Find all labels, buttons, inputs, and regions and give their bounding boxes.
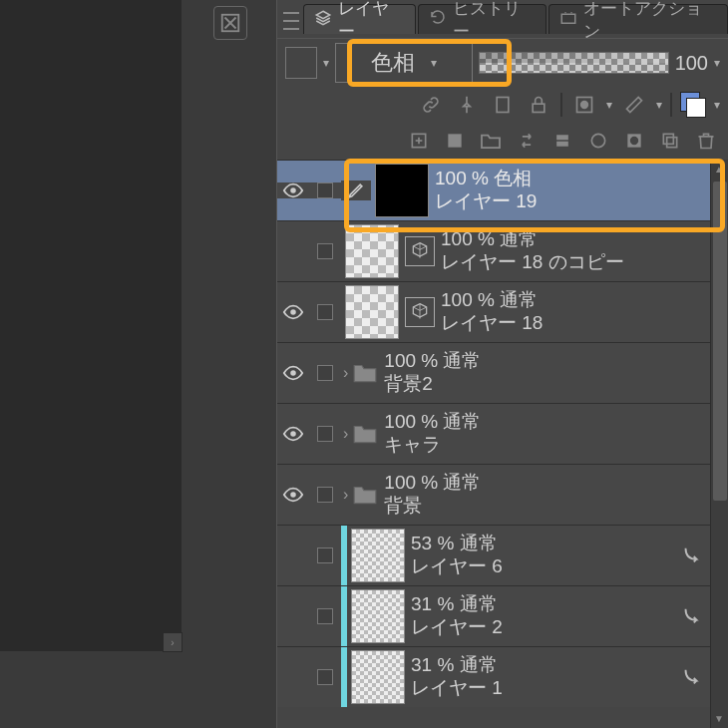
- tab-auto-action-label: オートアクション: [583, 0, 717, 43]
- layers-list: 100 % 色相 レイヤー 19 100 % 通常 レイヤー 18 のコピー 1…: [277, 160, 728, 707]
- close-icon[interactable]: [213, 6, 247, 40]
- layer-row[interactable]: 100 % 通常 レイヤー 18: [277, 281, 728, 342]
- layer-checkbox[interactable]: [309, 669, 341, 685]
- dup-icon[interactable]: [656, 127, 684, 155]
- svg-point-5: [570, 12, 572, 14]
- reference-badge-icon: [405, 297, 435, 327]
- visibility-toggle[interactable]: [277, 365, 309, 381]
- layer-color-bar: [341, 586, 347, 646]
- layer-row[interactable]: 53 % 通常 レイヤー 6: [277, 525, 728, 585]
- layer-thumbnail: [351, 589, 405, 643]
- mask-icon[interactable]: [620, 127, 648, 155]
- layer-row[interactable]: 100 % 色相 レイヤー 19: [277, 160, 728, 220]
- canvas-scroll-corner[interactable]: ›: [163, 632, 182, 652]
- chevron-down-icon[interactable]: ▾: [606, 98, 612, 112]
- new-folder-icon[interactable]: [477, 127, 505, 155]
- opacity-slider[interactable]: [479, 52, 669, 74]
- history-icon: [429, 9, 447, 31]
- layer-name: レイヤー 18 のコピー: [441, 252, 728, 273]
- svg-point-4: [564, 12, 566, 14]
- merge-icon[interactable]: [548, 127, 576, 155]
- layer-name: 背景2: [384, 374, 728, 395]
- transfer-tail-icon[interactable]: [676, 666, 706, 688]
- layer-row[interactable]: › 100 % 通常 背景2: [277, 342, 728, 403]
- layer-filter-thumb[interactable]: [285, 47, 317, 79]
- layer-toolbar: ▾ 色相 ▾ 100 ▾ ▾ ▾ ▾: [277, 38, 728, 159]
- tab-layer-label: レイヤー: [338, 0, 405, 43]
- svg-rect-18: [667, 138, 677, 148]
- trash-icon[interactable]: [692, 127, 720, 155]
- layer-checkbox[interactable]: [309, 304, 341, 320]
- layer-checkbox[interactable]: [309, 608, 341, 624]
- tab-auto-action[interactable]: オートアクション: [548, 4, 728, 34]
- chevron-down-icon[interactable]: ▾: [323, 56, 329, 70]
- chevron-down-icon[interactable]: ▾: [656, 98, 662, 112]
- layer-info: 31 % 通常 レイヤー 2: [411, 594, 676, 638]
- layer-row[interactable]: › 100 % 通常 キャラ: [277, 403, 728, 464]
- visibility-toggle[interactable]: [277, 487, 309, 503]
- lock-icon[interactable]: [525, 91, 552, 119]
- new-layer-icon[interactable]: [405, 127, 433, 155]
- layer-color-bar: [341, 526, 347, 585]
- transfer-tail-icon[interactable]: [676, 605, 706, 627]
- chevron-down-icon[interactable]: ▾: [714, 98, 720, 112]
- layer-row[interactable]: 100 % 通常 レイヤー 18 のコピー: [277, 220, 728, 281]
- scrollbar-thumb[interactable]: [713, 182, 727, 501]
- tab-layer[interactable]: レイヤー: [303, 4, 416, 34]
- blend-mode-select[interactable]: 色相 ▾: [335, 43, 473, 83]
- layer-info: 100 % 通常 背景: [384, 473, 728, 517]
- blend-mode-label: 色相: [371, 48, 415, 78]
- tab-history-label: ヒストリー: [453, 0, 536, 43]
- layers-scrollbar[interactable]: [710, 160, 728, 728]
- layer-checkbox[interactable]: [309, 547, 341, 563]
- mask-add-icon[interactable]: [570, 91, 598, 119]
- layer-thumbnail: [351, 529, 405, 582]
- layer-row[interactable]: › 100 % 通常 背景: [277, 464, 728, 525]
- canvas-area: ›: [0, 0, 182, 651]
- adjust-icon[interactable]: [584, 127, 612, 155]
- layer-thumbnail: [351, 650, 405, 704]
- panel-menu-icon[interactable]: [283, 12, 299, 30]
- layer-opacity-mode: 100 % 通常: [441, 290, 728, 311]
- expand-chevron-icon[interactable]: ›: [343, 364, 348, 382]
- chevron-down-icon[interactable]: ▾: [714, 56, 720, 70]
- layer-checkbox[interactable]: [309, 487, 341, 503]
- layer-info: 31 % 通常 レイヤー 1: [411, 655, 676, 699]
- visibility-toggle[interactable]: [277, 304, 309, 320]
- svg-rect-3: [561, 14, 575, 23]
- layer-info: 53 % 通常 レイヤー 6: [411, 534, 676, 577]
- layer-checkbox[interactable]: [309, 426, 341, 442]
- layer-opacity-mode: 100 % 通常: [384, 351, 728, 372]
- visibility-toggle[interactable]: [277, 182, 309, 198]
- layer-row[interactable]: 31 % 通常 レイヤー 2: [277, 585, 728, 646]
- expand-chevron-icon[interactable]: ›: [343, 425, 348, 443]
- pin-icon[interactable]: [453, 91, 481, 119]
- layer-opacity-mode: 53 % 通常: [411, 534, 676, 554]
- layer-checkbox[interactable]: [309, 365, 341, 381]
- ruler-icon[interactable]: [620, 91, 648, 119]
- transfer-icon[interactable]: [513, 127, 541, 155]
- color-swatch-icon[interactable]: [680, 92, 706, 118]
- layer-row[interactable]: 31 % 通常 レイヤー 1: [277, 646, 728, 707]
- layer-panel: レイヤー ヒストリー オートアクション ▾ 色相 ▾ 100 ▾: [277, 0, 728, 728]
- layer-thumbnail: [345, 285, 399, 339]
- svg-point-9: [580, 101, 588, 109]
- layer-info: 100 % 通常 レイヤー 18 のコピー: [441, 229, 728, 273]
- tab-history[interactable]: ヒストリー: [418, 4, 546, 34]
- svg-point-19: [290, 187, 296, 193]
- link-icon[interactable]: [417, 91, 445, 119]
- layer-color-bar: [341, 647, 347, 707]
- clip-icon[interactable]: [489, 91, 517, 119]
- layer-opacity-mode: 100 % 通常: [384, 412, 728, 433]
- expand-chevron-icon[interactable]: ›: [343, 486, 348, 504]
- svg-rect-13: [448, 134, 461, 147]
- layer-checkbox[interactable]: [309, 182, 341, 198]
- reference-badge-icon: [405, 236, 435, 266]
- layer-name: レイヤー 2: [411, 617, 676, 638]
- transfer-tail-icon[interactable]: [676, 545, 706, 566]
- layer-checkbox[interactable]: [309, 243, 341, 259]
- new-layer-2-icon[interactable]: [441, 127, 469, 155]
- layer-name: 背景: [384, 496, 728, 517]
- svg-point-14: [591, 134, 604, 147]
- visibility-toggle[interactable]: [277, 426, 309, 442]
